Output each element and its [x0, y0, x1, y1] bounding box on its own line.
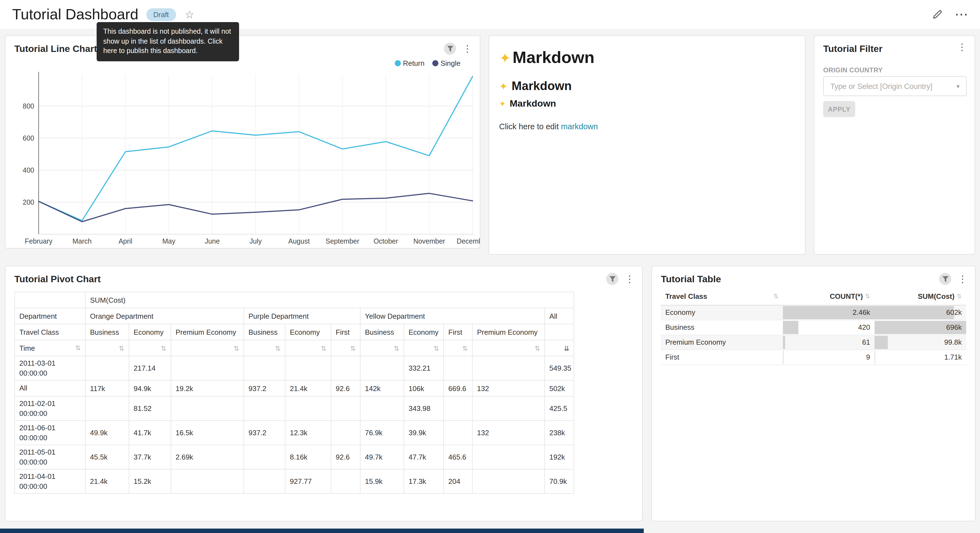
pivot-class-header: First [331, 324, 360, 340]
sort-icon[interactable]: ⇅ [161, 345, 166, 352]
pivot-value-cell: 92.6 [331, 380, 360, 396]
pivot-value-cell [473, 445, 545, 469]
sort-icon[interactable]: ⇅ [350, 345, 356, 352]
sort-icon[interactable]: ⇅ [275, 345, 280, 352]
cell-count: 9 [783, 349, 875, 365]
markdown-edit-link[interactable]: markdown [561, 122, 598, 131]
pivot-time-cell: 2011-05-01 00:00:00 [14, 445, 85, 469]
col-header-count[interactable]: COUNT(*)⇅ [783, 288, 875, 305]
overflow-menu-icon[interactable]: ⋯ [955, 8, 968, 21]
col-header-label: SUM(Cost) [918, 292, 955, 301]
svg-text:March: March [72, 237, 91, 245]
edit-pencil-icon[interactable] [932, 9, 942, 20]
pivot-sort-cell[interactable]: ⇅ [171, 340, 244, 356]
sum-bar [875, 351, 875, 364]
kebab-menu-icon[interactable]: ⋮ [463, 44, 472, 53]
pivot-value-cell: 132 [473, 380, 545, 396]
pivot-sort-cell[interactable]: ⇅ [360, 340, 404, 356]
sort-icon[interactable]: ⇅ [234, 345, 239, 352]
sort-icon[interactable]: ⇅ [865, 293, 870, 300]
markdown-paragraph: Click here to edit markdown [499, 122, 598, 131]
pivot-sort-row: Time⇅⇅⇅⇅⇅⇅⇅⇅⇅⇅⇅⇊ [14, 340, 574, 356]
pivot-class-header: First [444, 324, 473, 340]
cell-sum: 1.71k [875, 349, 966, 365]
sort-icon[interactable]: ⇅ [462, 345, 468, 352]
table-card-title: Tutorial Table [661, 274, 721, 285]
pivot-value-cell: 17.3k [404, 469, 444, 494]
pivot-value-cell: 192k [545, 445, 574, 469]
sort-icon[interactable]: ⇅ [773, 293, 778, 300]
cell-travel-class: First [661, 349, 783, 365]
sort-icon[interactable]: ⇅ [957, 293, 962, 300]
sort-icon[interactable]: ⇅ [75, 344, 81, 352]
col-header-label: COUNT(*) [830, 292, 863, 301]
select-placeholder: Type or Select [Origin Country] [830, 82, 953, 90]
pivot-sort-cell[interactable]: ⇅ [129, 340, 171, 356]
pivot-department-header: Purple Department [244, 308, 360, 324]
sort-icon[interactable]: ⇅ [394, 345, 399, 352]
kebab-menu-icon[interactable]: ⋮ [958, 274, 967, 284]
pivot-value-cell [444, 421, 473, 445]
legend-item-return[interactable]: Return [395, 59, 425, 67]
pivot-value-cell: 132 [473, 421, 545, 445]
horizontal-scrollbar[interactable] [0, 528, 644, 533]
pivot-data-row: 2011-06-01 00:00:0049.9k41.7k16.5k937.21… [14, 421, 574, 445]
pivot-value-cell [244, 445, 285, 469]
pivot-sort-cell[interactable]: ⇅ [473, 340, 545, 356]
table-header-row: Travel Class⇅COUNT(*)⇅SUM(Cost)⇅ [661, 288, 966, 305]
pivot-value-cell [444, 356, 473, 380]
table-row: Economy2.46k602k [661, 305, 966, 320]
pivot-chart-card: Tutorial Pivot Chart ⋮ SUM(Cost)Departme… [5, 266, 643, 522]
pivot-value-cell: 81.52 [129, 396, 171, 421]
favorite-star-icon[interactable]: ☆ [185, 9, 194, 20]
col-header-sum[interactable]: SUM(Cost)⇅ [875, 288, 966, 305]
pivot-value-cell: 2.69k [171, 445, 244, 469]
pivot-value-cell [331, 396, 360, 421]
draft-badge[interactable]: Draft [146, 8, 176, 21]
pivot-sort-cell[interactable]: ⇅ [331, 340, 360, 356]
svg-text:May: May [162, 237, 176, 245]
pivot-value-cell [360, 396, 404, 421]
pivot-value-cell: 94.9k [129, 380, 171, 396]
pivot-class-header: Business [360, 324, 404, 340]
filter-indicator-icon[interactable] [606, 273, 618, 285]
pivot-sort-cell[interactable]: ⇅ [444, 340, 473, 356]
pivot-value-cell: 465.6 [444, 445, 473, 469]
pivot-sort-cell[interactable]: ⇅ [404, 340, 444, 356]
sort-icon[interactable]: ⇅ [119, 345, 124, 352]
sort-icon[interactable]: ⇅ [321, 345, 326, 352]
origin-country-select[interactable]: Type or Select [Origin Country] ▾ [823, 76, 967, 96]
kebab-menu-icon[interactable]: ⋮ [957, 43, 967, 52]
sort-desc-icon[interactable]: ⇊ [564, 345, 569, 352]
pivot-data-row: 2011-02-01 00:00:0081.52343.98425.5 [14, 396, 574, 421]
pivot-sort-cell[interactable]: ⇅ [244, 340, 285, 356]
markdown-h3-text: Markdown [510, 98, 556, 109]
apply-button[interactable]: APPLY [823, 101, 855, 117]
pivot-sort-cell[interactable]: ⇅ [285, 340, 331, 356]
publish-tooltip[interactable]: This dashboard is not published, it will… [97, 22, 239, 61]
col-header-travel-class[interactable]: Travel Class⇅ [661, 288, 783, 305]
pivot-sort-cell-active[interactable]: ⇊ [545, 340, 574, 356]
sort-icon[interactable]: ⇅ [535, 345, 540, 352]
pivot-value-cell [85, 396, 129, 421]
markdown-h2: ✦Markdown [499, 79, 572, 93]
pivot-value-cell: 106k [404, 380, 444, 396]
pivot-department-row: DepartmentOrange DepartmentPurple Depart… [14, 308, 574, 324]
pivot-class-header: Economy [129, 324, 171, 340]
kebab-menu-icon[interactable]: ⋮ [625, 274, 635, 284]
pivot-sort-cell[interactable]: ⇅ [85, 340, 129, 356]
table-row: Premium Economy6199.8k [661, 335, 966, 349]
pivot-time-header[interactable]: Time⇅ [14, 340, 85, 356]
count-bar [783, 351, 783, 364]
filter-card-title: Tutorial Filter [823, 44, 883, 55]
legend-item-single[interactable]: Single [432, 59, 460, 67]
cell-count: 61 [783, 335, 875, 349]
pivot-class-row: Travel ClassBusinessEconomyPremium Econo… [14, 324, 574, 340]
pivot-class-header: Economy [285, 324, 331, 340]
sort-icon[interactable]: ⇅ [433, 345, 439, 352]
svg-text:April: April [118, 237, 132, 245]
pivot-value-cell: 39.9k [404, 421, 444, 445]
filter-indicator-icon[interactable] [444, 43, 456, 55]
pivot-department-header: Yellow Department [360, 308, 545, 324]
filter-indicator-icon[interactable] [939, 273, 951, 285]
